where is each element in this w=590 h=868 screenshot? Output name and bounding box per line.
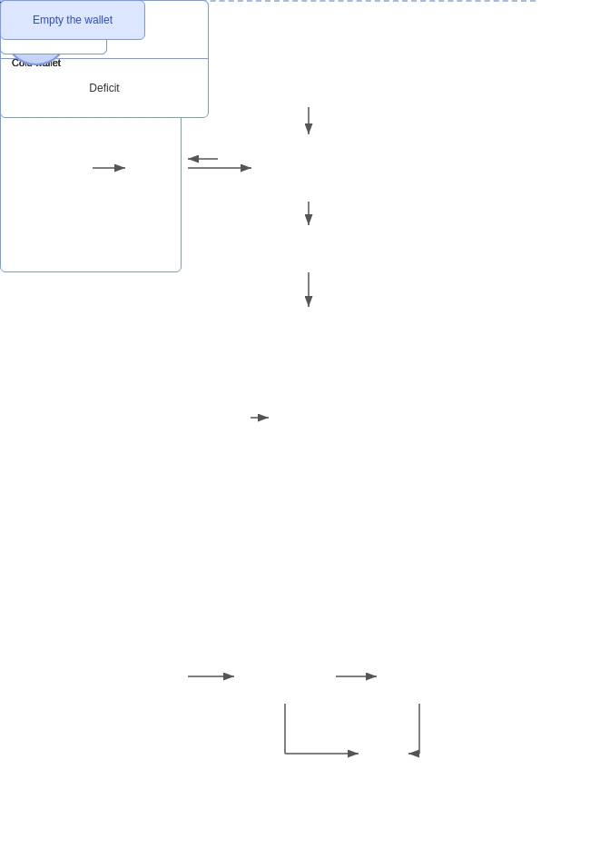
empty-wallet-box: Empty the wallet xyxy=(0,0,145,40)
diagram: Node Wallet server whitelisted IPs Trans… xyxy=(0,0,590,868)
empty-wallet-label: Empty the wallet xyxy=(33,14,113,26)
deficit-label: Deficit xyxy=(89,82,119,94)
